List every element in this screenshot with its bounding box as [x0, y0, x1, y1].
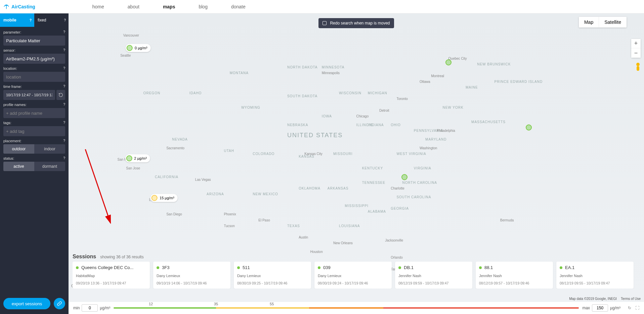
status-dot-icon — [157, 266, 159, 269]
city-label: Chicago — [356, 114, 369, 118]
state-label: MONTANA — [230, 71, 249, 75]
city-label: Toronto — [396, 97, 407, 101]
main-panel: United States OREGON IDAHO UTAH NEVADA C… — [69, 13, 644, 314]
city-label: Seattle — [120, 54, 131, 57]
nav-about[interactable]: about — [128, 4, 139, 9]
help-icon[interactable]: ? — [63, 85, 65, 88]
tags-input[interactable] — [3, 126, 65, 136]
state-label: MINNESOTA — [322, 65, 345, 69]
status-dot-icon — [479, 266, 482, 269]
svg-point-0 — [636, 63, 640, 66]
map-type-satellite[interactable]: Satellite — [599, 17, 627, 28]
session-user: Jennifer Nash — [560, 274, 630, 278]
location-input[interactable] — [3, 72, 65, 82]
map-marker[interactable]: 2 µg/m³ — [125, 154, 150, 162]
city-label: Houston — [310, 250, 323, 254]
nav-maps[interactable]: maps — [163, 4, 175, 9]
status-dot-icon — [237, 266, 240, 269]
profile-input[interactable] — [3, 108, 65, 118]
logo[interactable]: AirCasting — [3, 4, 35, 10]
map-type-map[interactable]: Map — [579, 17, 599, 28]
session-title: Queens College DEC Co... — [81, 265, 133, 270]
min-input[interactable] — [82, 304, 98, 312]
session-card[interactable]: 88.1Jennifer Nash08/12/19 09:57 - 10/17/… — [476, 262, 553, 289]
timeframe-input[interactable] — [3, 90, 55, 100]
attrib-text: Map data ©2019 Google, INEGI — [569, 297, 617, 301]
parameter-select[interactable]: Particulate Matter — [3, 36, 65, 46]
color-scale[interactable]: 123555 — [114, 307, 579, 309]
city-label: San Diego — [166, 212, 182, 216]
state-label: IDAHO — [189, 91, 202, 95]
map-dot[interactable] — [445, 59, 452, 65]
state-label: KENTUCKY — [362, 166, 383, 170]
sensor-select[interactable]: AirBeam2-PM2.5 (µg/m³) — [3, 54, 65, 64]
expand-scale-button[interactable]: ⛶ — [635, 306, 639, 310]
export-sessions-button[interactable]: export sessions — [3, 298, 50, 309]
city-label: Sacramento — [166, 146, 184, 150]
session-card[interactable]: 511Dany Lemieux08/30/19 09:25 - 10/17/19… — [234, 262, 311, 289]
map[interactable]: United States OREGON IDAHO UTAH NEVADA C… — [69, 13, 644, 302]
session-card[interactable]: 039Dany Lemieux08/30/19 09:24 - 10/17/19… — [314, 262, 392, 289]
pegman-icon[interactable] — [634, 62, 642, 75]
nav-home[interactable]: home — [92, 4, 104, 9]
session-card[interactable]: EA.1Jennifer Nash08/12/19 09:55 - 10/17/… — [556, 262, 634, 289]
status-dot-icon — [398, 266, 401, 269]
zoom-controls: + − — [631, 39, 641, 58]
session-range: 08/30/19 09:25 - 10/17/19 09:46 — [237, 281, 308, 285]
session-user: HabitatMap — [76, 274, 146, 278]
help-icon[interactable]: ? — [63, 103, 65, 106]
share-link-button[interactable] — [54, 298, 65, 309]
refresh-icon — [58, 93, 63, 97]
map-marker[interactable]: 15 µg/m³ — [151, 194, 178, 202]
map-marker[interactable]: 0 µg/m³ — [126, 44, 151, 52]
session-card[interactable]: 3F3Dany Lemieux09/10/19 14:06 - 10/17/19… — [153, 262, 230, 289]
help-icon[interactable]: ? — [64, 18, 66, 22]
map-dot[interactable] — [401, 174, 407, 180]
tab-fixed[interactable]: fixed ? — [34, 13, 69, 27]
status-dot-icon — [76, 266, 79, 269]
help-icon[interactable]: ? — [63, 139, 65, 143]
city-label: Montreal — [431, 74, 444, 78]
status-dot-icon — [560, 266, 562, 269]
zoom-in-button[interactable]: + — [631, 39, 641, 48]
sessions-strip: Sessions showing 36 of 36 results Queens… — [73, 254, 640, 289]
map-dot[interactable] — [526, 124, 532, 130]
state-label: COLORADO — [253, 152, 274, 156]
help-icon[interactable]: ? — [30, 18, 32, 22]
redo-search-toggle[interactable]: Redo search when map is moved — [318, 18, 394, 28]
session-range: 08/12/19 09:59 - 10/17/19 09:47 — [398, 281, 469, 285]
state-label: NEW YORK — [442, 106, 463, 109]
checkbox-icon — [323, 21, 327, 25]
status-active[interactable]: active — [3, 162, 34, 171]
nav-blog[interactable]: blog — [199, 4, 207, 9]
placement-indoor[interactable]: indoor — [34, 144, 65, 154]
header: AirCasting home about maps blog donate — [0, 0, 644, 13]
unit-label: µg/m³ — [610, 306, 620, 310]
help-icon[interactable]: ? — [63, 121, 65, 124]
session-range: 08/12/19 09:57 - 10/17/19 09:46 — [479, 281, 550, 285]
help-icon[interactable]: ? — [63, 66, 65, 70]
state-label: IOWA — [322, 114, 332, 118]
status-dormant[interactable]: dormant — [34, 162, 65, 171]
brand-text: AirCasting — [11, 4, 35, 9]
max-input[interactable] — [592, 304, 608, 312]
session-title: 3F3 — [162, 265, 169, 270]
scale-tick: 35 — [214, 302, 218, 306]
unit-label: µg/m³ — [100, 306, 110, 310]
reset-scale-button[interactable]: ↻ — [628, 306, 631, 310]
scale-tick: 12 — [149, 302, 153, 306]
tab-mobile[interactable]: mobile ? — [0, 13, 34, 27]
help-icon[interactable]: ? — [63, 156, 65, 160]
terms-link[interactable]: Terms of Use — [621, 297, 641, 301]
sessions-title: Sessions — [73, 254, 96, 260]
state-label: OREGON — [143, 91, 160, 95]
zoom-out-button[interactable]: − — [631, 48, 641, 58]
placement-outdoor[interactable]: outdoor — [3, 144, 34, 154]
session-card[interactable]: DB.1Jennifer Nash08/12/19 09:59 - 10/17/… — [395, 262, 472, 289]
reset-time-button[interactable] — [56, 90, 65, 100]
session-card[interactable]: Queens College DEC Co...HabitatMap09/20/… — [73, 262, 150, 289]
state-label: NEW BRUNSWICK — [477, 62, 511, 66]
help-icon[interactable]: ? — [63, 48, 65, 52]
help-icon[interactable]: ? — [63, 30, 65, 34]
nav-donate[interactable]: donate — [231, 4, 246, 9]
